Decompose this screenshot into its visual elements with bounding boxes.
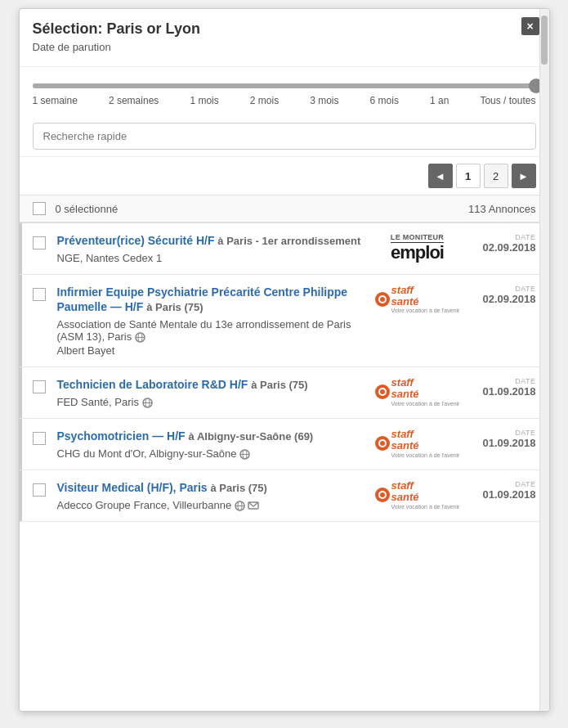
slider-label-6mois: 6 mois: [370, 95, 399, 106]
slider-label-1mois: 1 mois: [190, 95, 218, 106]
job-title[interactable]: Infirmier Equipe Psychiatrie Précarité C…: [57, 285, 348, 313]
date-label: DATE: [471, 285, 536, 293]
job-logo: LE MONITEUR emploi: [373, 233, 463, 262]
job-logo: staffsanté Votre vocation à de l'avenir: [373, 285, 463, 314]
job-title[interactable]: Visiteur Medical (H/F), Paris à Paris (7…: [57, 481, 267, 494]
job-title[interactable]: Préventeur(rice) Sécurité H/F à Paris - …: [57, 234, 361, 247]
job-content: Infirmier Equipe Psychiatrie Précarité C…: [57, 285, 365, 357]
globe-icon: [142, 398, 153, 408]
job-location: à Paris (75): [251, 379, 307, 391]
next-page-button[interactable]: ►: [512, 164, 536, 188]
slider-labels: 1 semaine 2 semaines 1 mois 2 mois 3 moi…: [33, 95, 536, 106]
date-value: 02.09.2018: [471, 241, 536, 254]
page-1-button[interactable]: 1: [456, 164, 481, 188]
annonce-count: 113 Annonces: [468, 203, 535, 215]
job-logo: staffsanté Votre vocation à de l'avenir: [373, 480, 463, 510]
job-date: DATE01.09.2018: [471, 480, 536, 501]
job-checkbox[interactable]: [33, 288, 46, 301]
search-bar: [20, 116, 549, 157]
job-logo: staffsanté Votre vocation à de l'avenir: [373, 429, 463, 458]
job-company: FED Santé, Paris: [57, 396, 365, 408]
job-location: à Albigny-sur-Saône (69): [189, 430, 314, 443]
date-value: 01.09.2018: [471, 488, 536, 501]
job-item: Préventeur(rice) Sécurité H/F à Paris - …: [20, 223, 549, 275]
selected-count: 0 sélectionné: [56, 203, 469, 215]
job-item: Psychomotricien — H/F à Albigny-sur-Saôn…: [20, 419, 549, 470]
job-company: CHG du Mont d'Or, Albigny-sur-Saône: [57, 447, 365, 460]
date-label: DATE: [471, 233, 536, 241]
prev-page-button[interactable]: ◄: [428, 164, 453, 188]
job-title[interactable]: Psychomotricien — H/F à Albigny-sur-Saôn…: [57, 429, 314, 443]
mail-icon: [248, 501, 259, 510]
date-label: DATE: [471, 377, 536, 385]
page-2-button[interactable]: 2: [484, 164, 508, 188]
staffsante-logo: staffsanté Votre vocation à de l'avenir: [375, 377, 460, 407]
job-checkbox[interactable]: [33, 483, 46, 497]
slider-label-2semaines: 2 semaines: [109, 95, 159, 106]
job-checkbox[interactable]: [33, 432, 46, 445]
job-content: Visiteur Medical (H/F), Paris à Paris (7…: [57, 480, 365, 511]
slider-label-3mois: 3 mois: [310, 95, 338, 106]
close-button[interactable]: ×: [521, 17, 539, 35]
slider-label-1semaine: 1 semaine: [33, 95, 78, 106]
job-date: DATE02.09.2018: [471, 233, 536, 254]
job-title[interactable]: Technicien de Laboratoire R&D H/F à Pari…: [57, 378, 308, 391]
scrollbar-thumb[interactable]: [541, 16, 548, 65]
job-item: Technicien de Laboratoire R&D H/F à Pari…: [20, 367, 549, 419]
job-location: à Paris (75): [146, 301, 203, 313]
date-label: DATE: [471, 480, 536, 488]
job-company: NGE, Nantes Cedex 1: [57, 252, 365, 264]
staffsante-logo: staffsanté Votre vocation à de l'avenir: [375, 285, 460, 314]
search-input[interactable]: [33, 123, 536, 150]
pagination-bar: ◄ 1 2 ►: [20, 157, 549, 195]
globe-icon: [235, 501, 245, 511]
job-content: Technicien de Laboratoire R&D H/F à Pari…: [57, 377, 365, 408]
date-value: 01.09.2018: [471, 437, 536, 449]
date-filter-slider[interactable]: 1 semaine 2 semaines 1 mois 2 mois 3 moi…: [20, 67, 549, 116]
date-label: DATE: [471, 429, 536, 437]
modal-title: Sélection: Paris or Lyon: [33, 20, 517, 38]
staffsante-logo: staffsanté Votre vocation à de l'avenir: [375, 429, 460, 458]
select-all-checkbox[interactable]: [33, 202, 46, 215]
date-value: 01.09.2018: [471, 385, 536, 398]
slider-label-2mois: 2 mois: [250, 95, 279, 106]
job-location: à Paris - 1er arrondissement: [217, 235, 360, 247]
job-item: Visiteur Medical (H/F), Paris à Paris (7…: [20, 470, 549, 522]
slider-fill: [33, 83, 536, 88]
date-value: 02.09.2018: [471, 293, 536, 305]
le-moniteur-emploi-logo: LE MONITEUR emploi: [391, 233, 444, 262]
job-location: à Paris (75): [211, 482, 267, 494]
job-content: Préventeur(rice) Sécurité H/F à Paris - …: [57, 233, 365, 264]
selection-bar: 0 sélectionné 113 Annonces: [20, 195, 549, 222]
globe-icon: [239, 449, 250, 460]
job-checkbox[interactable]: [33, 236, 46, 249]
slider-label-1an: 1 an: [430, 95, 449, 106]
staffsante-logo: staffsanté Votre vocation à de l'avenir: [375, 480, 460, 510]
modal-header: Sélection: Paris or Lyon Date de parutio…: [20, 9, 549, 67]
job-content: Psychomotricien — H/F à Albigny-sur-Saôn…: [57, 429, 365, 460]
globe-icon: [135, 332, 145, 343]
job-date: DATE01.09.2018: [471, 377, 536, 398]
job-company: Association de Santé Mentale du 13e arro…: [57, 318, 365, 343]
scrollbar[interactable]: [539, 9, 549, 711]
slider-track: [33, 83, 536, 88]
job-date: DATE01.09.2018: [471, 429, 536, 449]
modal: × Sélection: Paris or Lyon Date de parut…: [19, 8, 550, 712]
job-checkbox[interactable]: [33, 380, 46, 393]
job-extra: Albert Bayet: [57, 344, 365, 357]
job-company: Adecco Groupe France, Villeurbanne: [57, 499, 365, 511]
slider-label-tous: Tous / toutes: [480, 95, 535, 106]
modal-subtitle: Date de parution: [33, 41, 517, 53]
job-date: DATE02.09.2018: [471, 285, 536, 305]
job-item: Infirmier Equipe Psychiatrie Précarité C…: [20, 275, 549, 367]
job-list: Préventeur(rice) Sécurité H/F à Paris - …: [20, 222, 549, 522]
job-logo: staffsanté Votre vocation à de l'avenir: [373, 377, 463, 407]
